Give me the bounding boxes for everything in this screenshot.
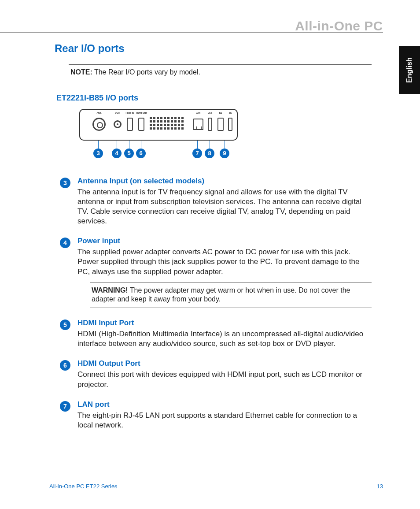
leader-8: [210, 141, 210, 149]
footer-left: All-in-One PC ET22 Series: [49, 483, 118, 490]
callout-badge-9: 9: [220, 149, 229, 158]
item-4: 4 Power input The supplied power adapter…: [55, 237, 372, 308]
item-badge: 7: [60, 401, 70, 412]
leader-7: [197, 141, 198, 149]
leader-6: [141, 141, 141, 149]
brand-title: All-in-One PC: [295, 19, 383, 33]
note-box: NOTE: The Rear I/O ports vary by model.: [69, 64, 372, 80]
item-title: HDMI Input Port: [77, 319, 372, 327]
item-title: Power input: [77, 237, 372, 245]
dc-jack-icon: [114, 120, 122, 128]
warning-box: WARNING! The power adapter may get warm …: [90, 282, 372, 308]
item-5: 5 HDMI Input Port HDMI (High-Definition …: [55, 319, 372, 349]
lan-port-icon: [193, 119, 203, 130]
port-label-ant: ANT.: [96, 111, 101, 114]
item-badge: 5: [60, 320, 70, 330]
item-title: HDMI Output Port: [77, 359, 372, 368]
item-text: Connect this port with devices equipped …: [77, 370, 372, 389]
usb2-port-icon: [208, 118, 212, 131]
note-text: The Rear I/O ports vary by model.: [92, 68, 200, 76]
callout-badge-3: 3: [93, 149, 103, 158]
leader-5: [129, 141, 129, 149]
warning-text: The power adapter may get warm or hot wh…: [92, 286, 350, 303]
item-badge: 3: [60, 178, 70, 188]
page-title: Rear I/O ports: [55, 42, 372, 55]
item-text: The supplied power adapter converts AC p…: [77, 247, 372, 276]
item-badge: 4: [60, 238, 70, 248]
note-label: NOTE:: [70, 68, 92, 76]
port-label-usb: USB: [208, 111, 213, 114]
port-label-hdmi-in: HDMI IN: [125, 111, 134, 114]
page-footer: All-in-One PC ET22 Series 13: [49, 483, 383, 490]
usb3-port-a-icon: [217, 118, 224, 131]
leader-3: [98, 141, 99, 149]
callout-badge-5: 5: [124, 149, 134, 158]
io-panel: ANT. DCIN HDMI IN HDMI OUT LAN USB SS SS: [79, 109, 238, 141]
item-7: 7 LAN port The eight-pin RJ-45 LAN port …: [55, 400, 372, 430]
io-diagram: ANT. DCIN HDMI IN HDMI OUT LAN USB SS SS: [79, 109, 238, 162]
hdmi-in-port-icon: [127, 118, 133, 131]
port-label-dc: DCIN: [115, 111, 120, 114]
item-text: The antenna input is for TV frequency si…: [77, 187, 372, 226]
callout-badge-6: 6: [136, 149, 146, 158]
sub-title: ET2221I-B85 I/O ports: [56, 93, 372, 103]
footer-page-number: 13: [377, 483, 383, 490]
page-content: Rear I/O ports NOTE: The Rear I/O ports …: [55, 42, 372, 441]
antenna-port-icon: [92, 118, 106, 131]
item-6: 6 HDMI Output Port Connect this port wit…: [55, 359, 372, 389]
vent-grille-icon: [150, 117, 187, 132]
port-label-ss2: SS: [229, 111, 232, 114]
callout-badge-8: 8: [205, 149, 214, 158]
port-label-ss1: SS: [219, 111, 222, 114]
port-label-hdmi-out: HDMI OUT: [136, 111, 147, 114]
callout-badge-7: 7: [192, 149, 202, 158]
callout-badge-4: 4: [112, 149, 122, 158]
item-title: Antenna Input (on selected models): [77, 177, 372, 186]
hdmi-out-port-icon: [138, 118, 144, 131]
warning-label: WARNING!: [92, 286, 128, 294]
leader-4: [117, 141, 117, 149]
callout-leaders: 3 4 5 6 7 8 9: [79, 141, 238, 162]
language-tab: English: [399, 46, 420, 94]
port-label-lan: LAN: [196, 111, 200, 114]
usb3-port-b-icon: [228, 118, 232, 131]
language-tab-label: English: [405, 57, 413, 83]
item-title: LAN port: [77, 400, 372, 409]
item-badge: 6: [60, 360, 70, 371]
leader-9: [225, 141, 225, 149]
item-text: The eight-pin RJ-45 LAN port supports a …: [77, 411, 372, 430]
item-text: HDMI (High-Definition Multimedia Interfa…: [77, 329, 372, 349]
item-3: 3 Antenna Input (on selected models) The…: [55, 177, 372, 226]
